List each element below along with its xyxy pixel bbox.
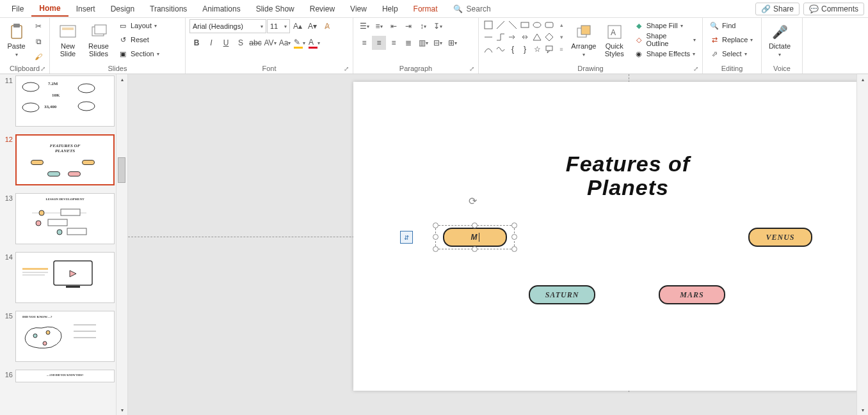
resize-handle-n[interactable] [472, 223, 478, 228]
resize-handle-se[interactable] [511, 246, 517, 252]
scroll-up-icon[interactable]: ▴ [857, 74, 868, 84]
font-color-button[interactable]: A▾ [307, 36, 321, 50]
shapes-gallery[interactable]: ▴ ▾ { } ☆ ≡ [483, 19, 567, 55]
paste-button[interactable]: Paste ▾ [4, 19, 29, 61]
canvas-vertical-scrollbar[interactable]: ▴ ▾ [856, 74, 868, 415]
tab-view[interactable]: View [342, 2, 374, 16]
shape-diamond-icon[interactable] [543, 31, 555, 43]
indent-inc-button[interactable]: ⇥ [401, 19, 415, 33]
copy-button[interactable]: ⧉ [31, 35, 45, 49]
shape-rect-icon[interactable] [519, 19, 531, 31]
grow-font-button[interactable]: A▴ [291, 19, 305, 33]
resize-handle-w[interactable] [433, 234, 438, 240]
layout-button[interactable]: ▭Layout▾ [115, 19, 162, 32]
shape-arc-icon[interactable] [483, 43, 494, 55]
indent-dec-button[interactable]: ⇤ [387, 19, 401, 33]
shape-connector1-icon[interactable] [483, 31, 494, 43]
shape-textbox-icon[interactable] [483, 19, 494, 31]
shape-line-icon[interactable] [495, 19, 506, 31]
shape-callout-icon[interactable] [543, 43, 555, 55]
shape-roundrect-icon[interactable] [543, 19, 555, 31]
shape-arrow-icon[interactable] [507, 31, 518, 43]
shape-curve-icon[interactable] [495, 43, 506, 55]
underline-button[interactable]: U [219, 36, 233, 50]
shape-outline-button[interactable]: ◇Shape Outline▾ [631, 33, 698, 46]
align-left-button[interactable]: ≡ [357, 36, 371, 50]
char-spacing-button[interactable]: AV▾ [263, 36, 277, 50]
scroll-up-icon[interactable]: ▴ [117, 74, 127, 84]
resize-handle-e[interactable] [511, 234, 517, 240]
shape-star-icon[interactable]: ☆ [531, 43, 543, 55]
thumbnails-scrollbar[interactable]: ▴ ▾ [116, 74, 127, 415]
tab-home[interactable]: Home [31, 1, 68, 17]
tab-help[interactable]: Help [374, 2, 406, 16]
cut-button[interactable]: ✂ [31, 19, 45, 33]
smartart-button[interactable]: ⊞▾ [446, 36, 460, 50]
autofit-options-icon[interactable]: ⇵ [400, 231, 413, 244]
find-button[interactable]: 🔍Find [707, 19, 755, 32]
share-button[interactable]: 🔗 Share [755, 3, 800, 15]
columns-button[interactable]: ▥▾ [416, 36, 430, 50]
shape-oval-icon[interactable] [531, 19, 543, 31]
quick-styles-button[interactable]: A Quick Styles [600, 19, 629, 61]
reset-button[interactable]: ↺Reset [115, 33, 162, 46]
arrange-button[interactable]: Arrange▾ [570, 19, 598, 61]
replace-button[interactable]: ⇄Replace▾ [707, 33, 755, 46]
dialog-launcher-icon[interactable]: ⤢ [469, 65, 474, 72]
selection-box[interactable]: ⟳ ⇵ [435, 225, 515, 249]
tab-insert[interactable]: Insert [68, 2, 103, 16]
thumbnail-14[interactable]: 14 [1, 252, 115, 303]
thumbnail-15[interactable]: 15 DID YOU KNOW…? [1, 311, 115, 362]
shape-brace2-icon[interactable]: } [519, 43, 531, 55]
tab-file[interactable]: File [4, 2, 31, 16]
dialog-launcher-icon[interactable]: ⤢ [344, 65, 349, 72]
resize-handle-sw[interactable] [433, 246, 438, 252]
tab-animations[interactable]: Animations [195, 2, 248, 16]
shape-venus[interactable]: VENUS [748, 228, 812, 247]
resize-handle-s[interactable] [472, 246, 478, 252]
shape-effects-button[interactable]: ◉Shape Effects▾ [631, 47, 698, 60]
slide[interactable]: Features of Planets VENUS SATURN MARS M [353, 82, 868, 391]
gallery-up-icon[interactable]: ▴ [556, 19, 567, 31]
shape-line2-icon[interactable] [507, 19, 518, 31]
dialog-launcher-icon[interactable]: ⤢ [40, 65, 45, 72]
shape-mars[interactable]: MARS [659, 285, 725, 304]
align-right-button[interactable]: ≡ [387, 36, 401, 50]
tab-review[interactable]: Review [302, 2, 342, 16]
line-spacing-button[interactable]: ↕▾ [416, 19, 430, 33]
shrink-font-button[interactable]: A▾ [305, 19, 319, 33]
justify-button[interactable]: ≣ [401, 36, 415, 50]
search-box[interactable]: 🔍 Search [446, 4, 499, 13]
tab-format[interactable]: Format [406, 2, 446, 16]
canvas-inner[interactable]: Features of Planets VENUS SATURN MARS M [128, 74, 856, 403]
new-slide-button[interactable]: New Slide [54, 19, 82, 61]
font-size-combo[interactable]: 11▾ [267, 19, 290, 33]
shape-saturn[interactable]: SATURN [529, 285, 595, 304]
tab-design[interactable]: Design [103, 2, 142, 16]
gallery-down-icon[interactable]: ▾ [556, 31, 567, 43]
slide-title[interactable]: Features of Planets [353, 152, 868, 200]
rotate-handle-icon[interactable]: ⟳ [469, 195, 481, 208]
bold-button[interactable]: B [189, 36, 204, 50]
strike-button[interactable]: abc [248, 36, 262, 50]
highlight-button[interactable]: ✎▾ [293, 36, 307, 50]
select-button[interactable]: ⬀Select▾ [707, 47, 755, 60]
thumbnail-16[interactable]: 16 …AND DID YOU KNOW THIS? [1, 370, 115, 382]
text-direction-button[interactable]: ↧▾ [431, 19, 445, 33]
scroll-down-icon[interactable]: ▾ [857, 405, 868, 415]
resize-handle-ne[interactable] [511, 223, 517, 228]
scrollbar-handle[interactable] [118, 157, 125, 183]
shadow-button[interactable]: S [234, 36, 248, 50]
align-text-button[interactable]: ⊟▾ [431, 36, 445, 50]
thumbnail-12[interactable]: 12 FEATURES OF PLANETS [1, 134, 115, 185]
bullets-button[interactable]: ☰▾ [357, 19, 371, 33]
font-name-combo[interactable]: Arial (Headings)▾ [189, 19, 266, 33]
comments-button[interactable]: 💬 Comments [803, 3, 864, 15]
resize-handle-nw[interactable] [433, 223, 438, 228]
dictate-button[interactable]: 🎤 Dictate▾ [766, 19, 794, 61]
gallery-more-icon[interactable]: ≡ [556, 43, 567, 55]
clear-format-button[interactable]: A̷ [320, 19, 334, 33]
shape-triangle-icon[interactable] [531, 31, 543, 43]
thumbnail-11[interactable]: 11 7.2M 10K 33,400 [1, 75, 115, 127]
tab-transitions[interactable]: Transitions [142, 2, 195, 16]
